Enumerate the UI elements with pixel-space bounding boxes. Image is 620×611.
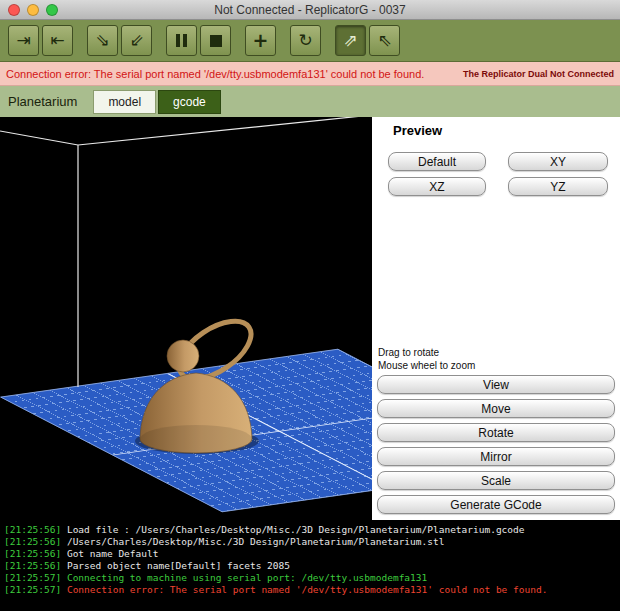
connection-error-banner: Connection error: The serial port named … [0,62,620,86]
window-controls [8,4,58,16]
axis-scale-tool-icon: ⇖ [377,32,391,49]
tab-gcode[interactable]: gcode [158,90,221,114]
stop-icon [210,35,222,47]
disconnect-button[interactable]: ⇤ [42,25,73,56]
console-line: [21:25:56] Load file : /Users/Charles/De… [4,524,616,536]
tab-model-label: model [108,95,141,109]
machine-status-text: The Replicator Dual Not Connected [463,69,614,79]
tab-gcode-label: gcode [173,95,206,109]
stop-button[interactable] [200,25,231,56]
model-action-buttons: View Move Rotate Mirror Scale Generate G… [377,375,615,514]
drag-hint: Drag to rotate [378,346,475,359]
move-tool-icon: + [253,31,269,50]
rotate-tool-button[interactable]: ↻ [290,25,321,56]
disconnect-icon: ⇤ [50,32,64,49]
pause-icon [176,34,187,47]
console-line: [21:25:56] Parsed object name[Default] f… [4,560,616,572]
rotate-tool-icon: ↻ [298,32,312,49]
window-title: Not Connected - ReplicatorG - 0037 [214,3,405,17]
connection-error-text: Connection error: The serial port named … [6,68,424,80]
view-button[interactable]: View [377,375,615,394]
console-line: [21:25:57] Connection error: The serial … [4,584,616,596]
replicatorg-window: Not Connected - ReplicatorG - 0037 ⇥ ⇤ ⇘… [0,0,620,611]
console-line: [21:25:56] /Users/Charles/Desktop/Misc./… [4,536,616,548]
xz-view-button[interactable]: XZ [388,177,486,196]
viewport-overlay [0,117,372,520]
zoom-hint: Mouse wheel to zoom [378,359,475,372]
console-log[interactable]: [21:25:56] Load file : /Users/Charles/De… [0,520,620,611]
tab-model[interactable]: model [93,90,156,114]
console-line: [21:25:56] Got name Default [4,548,616,560]
main-area: Preview Default XY XZ YZ Drag to rotate … [0,117,620,520]
scale-button[interactable]: Scale [377,471,615,490]
axis-rotate-tool-icon: ⇗ [343,32,357,49]
preview-heading: Preview [393,123,442,138]
rotate-button[interactable]: Rotate [377,423,615,442]
model-viewport[interactable] [0,117,372,520]
build-to-file-icon: ⇙ [129,32,143,49]
xy-view-button[interactable]: XY [508,152,608,171]
preview-panel: Preview Default XY XZ YZ Drag to rotate … [372,117,620,520]
build-to-file-button[interactable]: ⇙ [121,25,152,56]
titlebar: Not Connected - ReplicatorG - 0037 [0,0,620,20]
axis-rotate-tool-button[interactable]: ⇗ [335,25,366,56]
move-tool-button[interactable]: + [245,25,276,56]
connect-icon: ⇥ [16,32,30,49]
model-sphere [167,340,199,372]
pause-button[interactable] [166,25,197,56]
close-window-button[interactable] [8,4,20,16]
mirror-button[interactable]: Mirror [377,447,615,466]
model-base [140,425,252,453]
toolbar: ⇥ ⇤ ⇘ ⇙ + ↻ ⇗ ⇖ [0,20,620,62]
axis-scale-tool-button[interactable]: ⇖ [369,25,400,56]
build-icon: ⇘ [95,32,109,49]
minimize-window-button[interactable] [27,4,39,16]
viewport-hints: Drag to rotate Mouse wheel to zoom [378,346,475,372]
default-view-button[interactable]: Default [388,152,486,171]
model-3d [140,310,261,453]
tab-bar: Planetarium model gcode [0,86,620,117]
yz-view-button[interactable]: YZ [508,177,608,196]
console-line: [21:25:57] Connecting to machine using s… [4,572,616,584]
project-name-label: Planetarium [8,94,77,109]
move-button[interactable]: Move [377,399,615,418]
connect-button[interactable]: ⇥ [8,25,39,56]
build-button[interactable]: ⇘ [87,25,118,56]
generate-gcode-button[interactable]: Generate GCode [377,495,615,514]
zoom-window-button[interactable] [46,4,58,16]
view-preset-buttons: Default XY XZ YZ [388,152,608,196]
